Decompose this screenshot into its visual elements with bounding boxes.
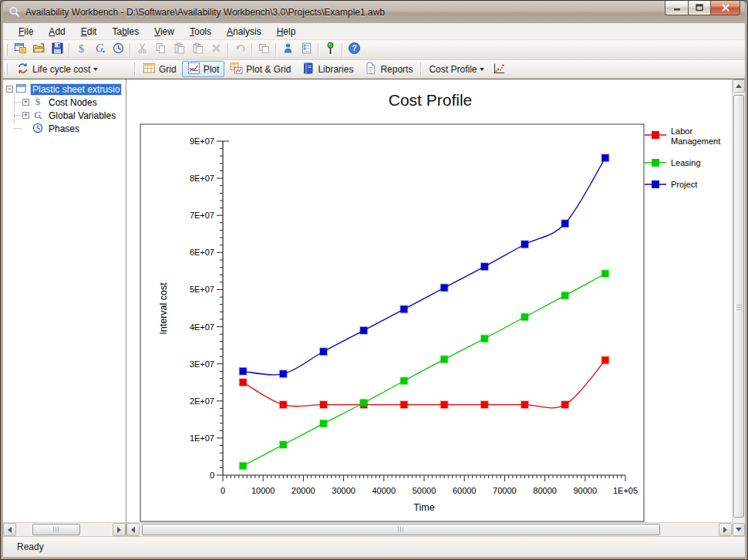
content-h-scrollbar[interactable] [126, 522, 732, 536]
view-button-plot-grid[interactable]: Plot & Grid [224, 61, 296, 77]
maximize-button[interactable] [688, 1, 711, 15]
data-point-labor-management [481, 401, 488, 408]
content-scroll-up-button[interactable] [733, 79, 745, 93]
content-h-scroll-thumb[interactable] [142, 524, 660, 535]
tree-item-phases[interactable]: Phases [10, 122, 126, 135]
help-button[interactable]: ? [345, 42, 363, 59]
data-point-project [441, 285, 448, 292]
paste-special-icon [191, 42, 204, 58]
tree-item-label[interactable]: Phases [47, 123, 81, 134]
profile-dropdown[interactable]: Cost Profile [423, 61, 490, 77]
view-button-libraries[interactable]: Libraries [296, 61, 359, 77]
new-project-button[interactable] [11, 42, 29, 59]
global-variables-button[interactable]: G [90, 42, 109, 59]
svg-text:Leasing: Leasing [671, 158, 701, 167]
profile-dropdown-label: Cost Profile [429, 64, 477, 75]
tree-item-label[interactable]: Plastic sheet extrusio [31, 84, 121, 95]
content-v-scrollbar[interactable] [732, 79, 745, 536]
tree-panel: −Plastic sheet extrusio+$Cost Nodes+GGlo… [3, 79, 126, 536]
save-icon [51, 42, 64, 58]
report-designer-button[interactable] [297, 42, 315, 59]
tree-scroll-right-button[interactable] [113, 523, 126, 536]
cost-profile-chart-icon [493, 62, 506, 77]
tree-expander-expand-icon[interactable]: + [22, 112, 29, 119]
data-point-labor-management [521, 401, 528, 408]
tree-h-scroll-thumb[interactable] [32, 524, 80, 535]
menu-add[interactable]: Add [41, 24, 72, 39]
content-scroll-down-button[interactable] [733, 523, 745, 536]
close-button[interactable] [711, 1, 740, 15]
cost-profile-chart-button[interactable] [490, 61, 508, 78]
data-point-leasing [240, 463, 247, 470]
phases-icon [112, 42, 125, 58]
view-button-plot[interactable]: Plot [182, 61, 225, 77]
tree-item-global-variables[interactable]: +GGlobal Variables [10, 109, 126, 122]
view-button-reports[interactable]: Reports [359, 61, 418, 77]
cut-button [133, 42, 151, 59]
svg-text:G: G [34, 110, 41, 120]
menu-edit[interactable]: Edit [73, 24, 105, 39]
open-button[interactable] [29, 42, 48, 59]
project-icon [15, 83, 29, 96]
tree-item-label[interactable]: Cost Nodes [47, 97, 99, 108]
paste-icon [173, 42, 186, 58]
module-dropdown[interactable]: Life cycle cost [11, 61, 103, 77]
cut-icon [136, 42, 149, 58]
svg-text:2E+07: 2E+07 [190, 396, 214, 406]
status-text: Ready [17, 541, 44, 552]
cost-node-button[interactable]: $ [72, 42, 90, 59]
cost-node-icon: $ [75, 42, 88, 58]
menu-file[interactable]: File [11, 24, 41, 39]
view-button-label: Grid [159, 64, 177, 75]
content-v-scroll-thumb[interactable] [733, 95, 744, 518]
content-scroll-right-button[interactable] [719, 523, 732, 536]
view-button-label: Plot [204, 64, 220, 75]
data-point-project [521, 241, 528, 248]
data-point-project [360, 327, 367, 334]
save-button[interactable] [48, 42, 66, 59]
libraries-icon [302, 62, 315, 77]
menu-bar: FileAddEditTablesViewToolsAnalysisHelp [3, 23, 745, 40]
tree-h-scrollbar[interactable] [3, 522, 126, 536]
menu-view[interactable]: View [147, 24, 182, 39]
view-button-label: Plot & Grid [246, 64, 291, 75]
menu-tools[interactable]: Tools [182, 24, 219, 39]
titlebar[interactable]: Availability Workbench - D:\Software\Ava… [3, 1, 745, 23]
legend-item-labor-management: LaborManagement [645, 127, 720, 146]
menu-help[interactable]: Help [269, 24, 304, 39]
svg-text:9E+07: 9E+07 [190, 137, 214, 146]
menu-tables[interactable]: Tables [104, 24, 147, 39]
content-scroll-left-button[interactable] [126, 523, 140, 536]
view-button-grid[interactable]: Grid [137, 61, 182, 77]
tree-scroll-left-button[interactable] [3, 523, 16, 536]
toolbar-view: Life cycle costGridPlotPlot & GridLibrar… [3, 60, 745, 79]
x-axis-label: Time [413, 502, 434, 513]
svg-text:1E+07: 1E+07 [190, 433, 214, 443]
menu-analysis[interactable]: Analysis [219, 24, 269, 39]
tree-expander-collapse-icon[interactable]: − [6, 86, 13, 93]
tree-expander-expand-icon[interactable]: + [22, 99, 29, 106]
svg-text:80000: 80000 [533, 486, 557, 495]
svg-text:6E+07: 6E+07 [190, 248, 214, 257]
data-point-labor-management [441, 401, 448, 408]
open-icon [32, 42, 45, 58]
view-button-label: Reports [380, 64, 413, 75]
tree-item-cost-nodes[interactable]: +$Cost Nodes [10, 96, 126, 109]
pin-button[interactable] [321, 42, 339, 59]
copy-icon [154, 42, 167, 58]
publish-button[interactable] [278, 42, 297, 59]
tree-item-plastic-sheet-extrusio[interactable]: −Plastic sheet extrusio [6, 83, 126, 96]
chevron-down-icon [480, 68, 484, 73]
copy-picture-icon [258, 42, 271, 58]
y-axis-label: Interval cost [158, 282, 169, 335]
data-point-labor-management [320, 401, 327, 408]
chevron-down-icon [93, 68, 98, 73]
svg-text:Project: Project [671, 180, 697, 189]
phases-button[interactable] [109, 42, 127, 59]
tree-item-label[interactable]: Global Variables [47, 110, 117, 121]
svg-text:3E+07: 3E+07 [190, 359, 214, 369]
minimize-button[interactable] [665, 1, 688, 15]
data-point-project [481, 263, 488, 270]
delete-icon [210, 42, 223, 58]
data-point-project [561, 220, 568, 227]
